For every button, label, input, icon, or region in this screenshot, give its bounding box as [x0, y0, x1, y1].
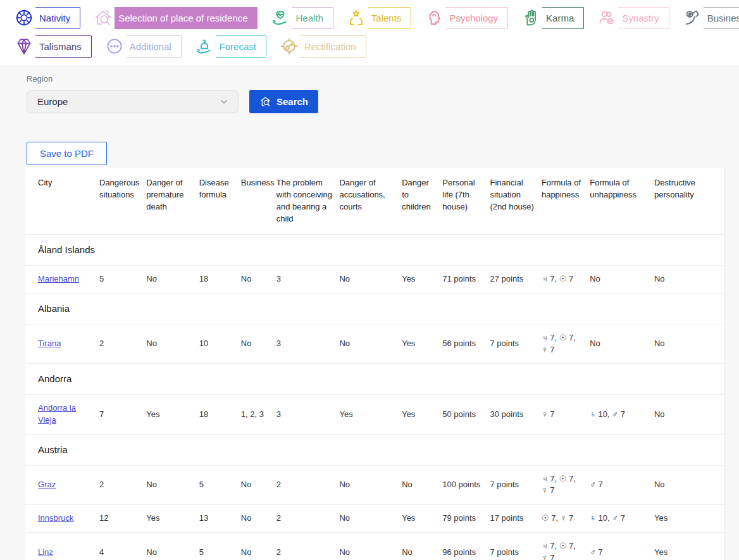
value-cell: ☉ 7, ♀ 7 — [542, 505, 590, 533]
column-header: Danger to children — [402, 168, 442, 235]
value-cell: Yes — [146, 395, 199, 435]
value-cell: 1, 2, 3 — [241, 395, 276, 435]
value-cell: No — [590, 324, 654, 364]
value-cell: 71 points — [442, 266, 490, 294]
tab-additional[interactable]: Additional — [103, 35, 182, 58]
value-cell: 7 — [99, 395, 146, 435]
tab-forecast[interactable]: Forecast — [193, 35, 266, 58]
value-cell: No — [339, 324, 402, 364]
filters-section: Region Europe Search — [0, 65, 739, 113]
value-cell: No — [654, 266, 724, 294]
city-link[interactable]: Graz — [38, 480, 56, 489]
value-cell: Yes — [146, 505, 199, 533]
zodiac-wheel-icon — [13, 6, 35, 29]
city-row: Tirana2No10No3NoYes56 points7 points♃ 7,… — [25, 324, 724, 364]
tab-label: Psychology — [436, 7, 508, 29]
country-group-row: Austria — [25, 434, 724, 465]
value-cell: ♄ 10, ♂ 7 — [590, 395, 654, 435]
column-header: Destructive personality — [654, 168, 724, 235]
dollar-arrow-icon — [681, 6, 704, 29]
column-header: Business — [241, 168, 276, 235]
value-cell: 96 points — [442, 533, 490, 560]
city-link[interactable]: Andorra la Vieja — [38, 403, 76, 425]
value-cell: 5 — [199, 533, 241, 560]
tab-talents[interactable]: Talents — [345, 6, 412, 29]
tab-talismans[interactable]: Talismans — [13, 35, 92, 58]
city-link[interactable]: Linz — [38, 547, 53, 557]
tab-health[interactable]: Health — [269, 6, 333, 29]
hands-star-icon — [345, 6, 368, 29]
results-table-card: CityDangerous situationsDanger of premat… — [25, 168, 724, 560]
city-row: Andorra la Vieja7Yes181, 2, 33YesYes50 p… — [25, 395, 724, 435]
save-to-pdf-button[interactable]: Save to PDF — [27, 142, 107, 165]
value-cell: No — [241, 465, 276, 505]
column-header: Financial situation (2nd house) — [490, 168, 542, 235]
column-header: Danger of accusations, courts — [339, 168, 402, 235]
value-cell: 7 points — [490, 533, 542, 560]
tab-label: Additional — [116, 35, 182, 58]
city-cell: Innsbruck — [25, 505, 99, 533]
region-select[interactable]: Europe — [27, 90, 239, 113]
tab-karma[interactable]: Karma — [519, 6, 584, 29]
value-cell: Yes — [402, 324, 442, 364]
country-name: Austria — [25, 434, 724, 465]
karma-hand-icon — [519, 6, 542, 29]
dots-circle-icon — [103, 35, 126, 58]
city-link[interactable]: Tirana — [38, 339, 61, 348]
value-cell: No — [654, 395, 724, 435]
country-group-row: Åland Islands — [25, 235, 724, 266]
chevron-down-icon — [219, 97, 229, 107]
table-header-row: CityDangerous situationsDanger of premat… — [25, 168, 724, 235]
cities-table: CityDangerous situationsDanger of premat… — [25, 168, 724, 560]
value-cell: No — [146, 465, 199, 505]
tab-nativity[interactable]: Nativity — [13, 6, 80, 29]
country-group-row: Andorra — [25, 364, 724, 395]
city-cell: Tirana — [25, 324, 99, 364]
value-cell: 2 — [99, 324, 146, 364]
value-cell: 10 — [199, 324, 241, 364]
tab-rectification[interactable]: Rectification — [278, 35, 366, 58]
country-name: Åland Islands — [25, 235, 724, 266]
value-cell: Yes — [339, 395, 402, 435]
tab-row-1: NativitySelection of place of residenceH… — [13, 6, 733, 29]
city-cell: Graz — [25, 465, 99, 505]
column-header: The problem with conceiving and bearing … — [276, 168, 340, 235]
value-cell: ♂ 7 — [590, 465, 654, 505]
city-link[interactable]: Mariehamn — [38, 274, 79, 283]
tab-synastry[interactable]: Synastry — [595, 6, 669, 29]
tab-business[interactable]: Business — [681, 6, 739, 29]
tab-label: Talismans — [26, 35, 92, 58]
region-select-value: Europe — [37, 96, 68, 107]
city-link[interactable]: Innsbruck — [38, 513, 73, 523]
value-cell: No — [339, 465, 402, 505]
value-cell: 7 points — [490, 324, 542, 364]
value-cell: Yes — [402, 395, 442, 435]
value-cell: 13 — [199, 505, 241, 533]
value-cell: 2 — [276, 533, 340, 560]
city-row: Mariehamn5No18No3NoYes71 points27 points… — [25, 266, 724, 294]
value-cell: ♃ 7, ☉ 7, ♀ 7 — [542, 324, 590, 364]
value-cell: Yes — [402, 505, 442, 533]
value-cell: No — [339, 533, 402, 560]
tab-psychology[interactable]: Psychology — [423, 6, 508, 29]
tab-selection-of-place-of-residence[interactable]: Selection of place of residence — [92, 6, 258, 29]
column-header: City — [25, 168, 99, 235]
column-header: Disease formula — [199, 168, 241, 235]
value-cell: No — [146, 533, 199, 560]
value-cell: 18 — [199, 395, 241, 435]
value-cell: No — [241, 533, 276, 560]
tab-row-2: TalismansAdditionalForecastRectification — [13, 35, 733, 58]
value-cell: 3 — [276, 395, 340, 435]
people-icon — [595, 6, 618, 29]
value-cell: No — [590, 266, 654, 294]
value-cell: No — [241, 266, 276, 294]
column-header: Danger of premature death — [146, 168, 199, 235]
value-cell: Yes — [402, 266, 442, 294]
search-button[interactable]: Search — [249, 90, 318, 113]
value-cell: 50 points — [442, 395, 490, 435]
value-cell: No — [146, 266, 199, 294]
column-header: Personal life (7th house) — [442, 168, 490, 235]
value-cell: 3 — [276, 266, 340, 294]
city-row: Graz2No5No2NoNo100 points7 points♃ 7, ☉ … — [25, 465, 724, 505]
value-cell: 27 points — [490, 266, 542, 294]
